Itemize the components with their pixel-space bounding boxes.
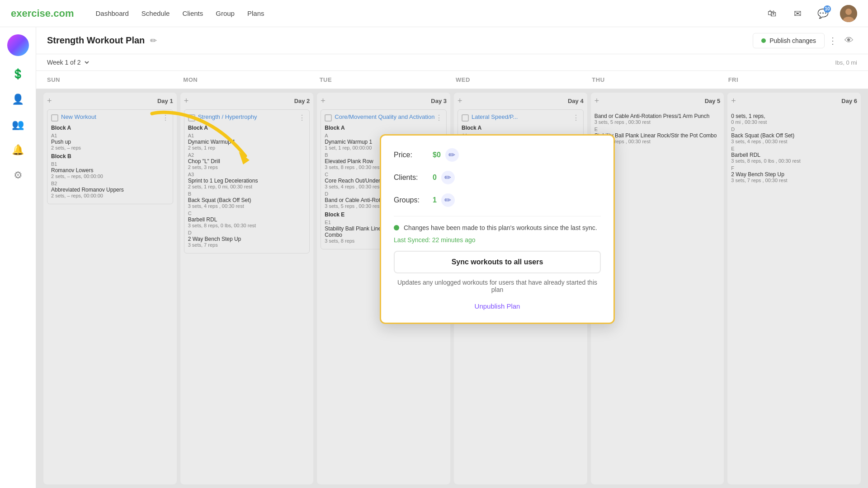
sidebar-item-dollar[interactable]: 💲 xyxy=(7,63,29,85)
page-title: Strength Workout Plan xyxy=(47,35,145,46)
workout-checkbox-day4[interactable] xyxy=(462,114,469,122)
add-day1[interactable]: + xyxy=(47,96,52,106)
day-header-sun: SUN xyxy=(43,71,179,89)
add-day3[interactable]: + xyxy=(321,96,326,106)
add-day6[interactable]: + xyxy=(731,96,736,106)
svg-point-1 xyxy=(845,9,852,15)
units-label: lbs, 0 mi xyxy=(835,59,857,66)
sync-info-row: Changes have been made to this plan's wo… xyxy=(394,224,601,233)
bag-icon[interactable]: 🛍 xyxy=(764,5,780,22)
nav-dashboard[interactable]: Dashboard xyxy=(95,9,128,17)
workout-more-day3[interactable]: ⋮ xyxy=(435,113,443,122)
day-2-label: Day 2 xyxy=(294,98,310,104)
calendar-headers: SUN MON TUE WED THU FRI xyxy=(36,71,868,89)
logo[interactable]: exercise.com xyxy=(11,8,74,19)
day-header-thu: THU xyxy=(588,71,724,89)
exercise-item: F 2 Way Bench Step Up 3 sets, 7 reps , 0… xyxy=(731,165,857,183)
day-header-tue: TUE xyxy=(316,71,452,89)
clients-label: Clients: xyxy=(394,174,430,182)
add-day2[interactable]: + xyxy=(184,96,189,106)
workout-card-day1: New Workout ⋮ Block A A1 Push up 2 sets,… xyxy=(47,109,173,204)
exercise-item: B1 Romanov Lowers 2 sets, – reps, 00:00:… xyxy=(51,161,169,179)
workout-checkbox-day1[interactable] xyxy=(51,114,58,122)
day-header-fri: FRI xyxy=(725,71,861,89)
more-options-icon[interactable]: ⋮ xyxy=(825,33,841,49)
edit-clients-icon[interactable]: ✏ xyxy=(441,171,455,184)
user-avatar[interactable] xyxy=(840,5,857,22)
exercise-item: E Barbell RDL 3 sets, 8 reps, 0 lbs , 00… xyxy=(731,146,857,164)
groups-row: Groups: 1 ✏ xyxy=(394,193,601,207)
nav-group[interactable]: Group xyxy=(216,9,235,17)
workout-more-day4[interactable]: ⋮ xyxy=(572,113,580,122)
sidebar: 💲 👤 👥 🔔 ⚙ xyxy=(0,27,36,488)
edit-price-icon[interactable]: ✏ xyxy=(445,148,459,162)
groups-label: Groups: xyxy=(394,196,430,204)
layout: 💲 👤 👥 🔔 ⚙ Strength Workout Plan ✏ Publis… xyxy=(0,0,868,488)
workout-name-day1[interactable]: New Workout xyxy=(61,113,162,120)
day-5-label: Day 5 xyxy=(705,98,721,104)
exercise-item: A3 Sprint to 1 Leg Decelerations 2 sets,… xyxy=(188,172,306,189)
day-header-mon: MON xyxy=(179,71,316,89)
publish-button[interactable]: Publish changes xyxy=(753,33,825,48)
day-3-label: Day 3 xyxy=(431,98,447,104)
block-a-day4: Block A xyxy=(462,125,580,131)
popup-divider xyxy=(394,216,601,216)
exercise-item: B Back Squat (Back Off Set) 3 sets, 4 re… xyxy=(188,191,306,209)
day-col-1: + Day 1 New Workout ⋮ Block A A1 Push up… xyxy=(43,93,177,484)
workout-more-day1[interactable]: ⋮ xyxy=(162,113,169,122)
block-a-day2: Block A xyxy=(188,125,306,131)
nav-schedule[interactable]: Schedule xyxy=(142,9,170,17)
edit-groups-icon[interactable]: ✏ xyxy=(441,193,455,207)
edit-title-icon[interactable]: ✏ xyxy=(150,36,157,46)
day-col-6: + Day 6 0 sets, 1 reps, 0 mi , 00:30 res… xyxy=(727,93,861,484)
sync-status-dot xyxy=(394,225,399,230)
price-value: $0 xyxy=(433,151,441,159)
exercise-item: Band or Cable Anti-Rotation Press/1 Arm … xyxy=(594,113,721,125)
sync-description: Updates any unlogged workouts for users … xyxy=(394,279,601,293)
sidebar-item-group[interactable]: 👥 xyxy=(7,114,29,136)
workout-checkbox-day2[interactable] xyxy=(188,114,195,122)
calendar-toolbar: Week 1 of 2 lbs, 0 mi xyxy=(36,54,868,71)
sync-workouts-button[interactable]: Sync workouts to all users xyxy=(394,251,601,273)
nav-plans[interactable]: Plans xyxy=(247,9,264,17)
sidebar-item-bell[interactable]: 🔔 xyxy=(7,139,29,161)
top-nav: exercise.com Dashboard Schedule Clients … xyxy=(0,0,868,27)
workout-checkbox-day3[interactable] xyxy=(325,114,332,122)
main-content: Strength Workout Plan ✏ Publish changes … xyxy=(36,27,868,488)
mail-icon[interactable]: ✉ xyxy=(789,5,806,22)
sidebar-item-settings[interactable]: ⚙ xyxy=(7,164,29,186)
sync-info-text: Changes have been made to this plan's wo… xyxy=(404,224,597,233)
workout-name-day2[interactable]: Strength / Hypertrophy xyxy=(198,113,299,120)
exercise-item: D Back Squat (Back Off Set) 3 sets, 4 re… xyxy=(731,127,857,144)
block-b-day1: Block B xyxy=(51,153,169,160)
calendar-grid: + Day 1 New Workout ⋮ Block A A1 Push up… xyxy=(36,89,868,488)
chat-icon[interactable]: 💬 10 xyxy=(815,5,831,22)
sidebar-item-person[interactable]: 👤 xyxy=(7,89,29,110)
block-a-day1: Block A xyxy=(51,125,169,131)
exercise-item: A1 Push up 2 sets, – reps xyxy=(51,133,169,150)
day-4-label: Day 4 xyxy=(568,98,584,104)
add-day5[interactable]: + xyxy=(594,96,599,106)
add-day4[interactable]: + xyxy=(458,96,462,106)
groups-value: 1 xyxy=(433,196,437,204)
unpublish-plan-link[interactable]: Unpublish Plan xyxy=(394,302,601,310)
sidebar-avatar[interactable] xyxy=(7,34,29,56)
nav-clients[interactable]: Clients xyxy=(182,9,203,17)
page-header: Strength Workout Plan ✏ Publish changes … xyxy=(36,27,868,54)
price-label: Price: xyxy=(394,151,430,159)
price-row: Price: $0 ✏ xyxy=(394,148,601,162)
preview-icon[interactable]: 👁 xyxy=(841,33,857,49)
plan-options-popup: Price: $0 ✏ Clients: 0 ✏ Groups: 1 ✏ xyxy=(380,134,615,324)
day-col-2: + Day 2 Strength / Hypertrophy ⋮ Block A… xyxy=(180,93,314,484)
workout-name-day4[interactable]: Lateral Speed/P... xyxy=(472,113,572,120)
day-6-label: Day 6 xyxy=(841,98,857,104)
exercise-item: D 2 Way Bench Step Up 3 sets, 7 reps xyxy=(188,230,306,248)
workout-more-day2[interactable]: ⋮ xyxy=(298,113,306,122)
day-header-wed: WED xyxy=(452,71,588,89)
exercise-item: A2 Chop "L" Drill 2 sets, 3 reps xyxy=(188,152,306,170)
publish-status-dot xyxy=(761,38,766,43)
exercise-item: A1 Dynamic Warmup 1 2 sets, 1 rep xyxy=(188,133,306,150)
workout-name-day3[interactable]: Core/Movement Quality and Activation xyxy=(335,113,435,120)
workout-card-day2: Strength / Hypertrophy ⋮ Block A A1 Dyna… xyxy=(184,109,310,253)
week-selector[interactable]: Week 1 of 2 xyxy=(47,59,90,66)
